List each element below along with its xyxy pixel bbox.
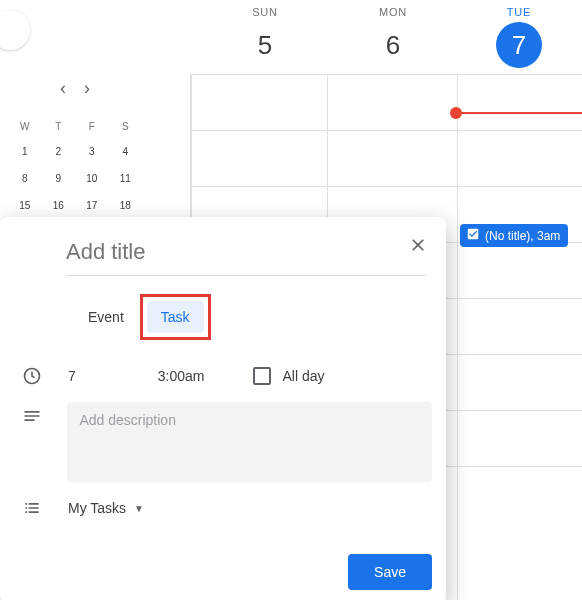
mini-header: T: [42, 115, 76, 138]
day-header-mon[interactable]: MON 6: [370, 6, 416, 68]
list-icon: [14, 498, 50, 518]
mini-date[interactable]: 2: [42, 138, 76, 165]
day-of-week-label: SUN: [252, 6, 278, 18]
tab-task-highlight: Task: [140, 294, 211, 340]
time-field[interactable]: 3:00am: [158, 368, 205, 384]
mini-date[interactable]: 17: [75, 192, 109, 219]
title-input[interactable]: [66, 235, 426, 276]
mini-date[interactable]: 1: [8, 138, 42, 165]
tab-event[interactable]: Event: [74, 301, 138, 333]
mini-date[interactable]: 10: [75, 165, 109, 192]
create-button[interactable]: [0, 10, 30, 50]
mini-date[interactable]: 16: [42, 192, 76, 219]
prev-month-icon[interactable]: ‹: [56, 74, 70, 103]
task-list-label: My Tasks: [68, 500, 126, 516]
task-list-select[interactable]: My Tasks ▼: [68, 500, 144, 516]
close-button[interactable]: [404, 231, 432, 259]
description-input[interactable]: Add description: [67, 402, 432, 482]
quick-create-modal: Event Task 7 3:00am All day Add descript…: [0, 217, 446, 600]
day-number[interactable]: 7: [496, 22, 542, 68]
day-number[interactable]: 5: [242, 22, 288, 68]
mini-date[interactable]: 9: [42, 165, 76, 192]
event-chip-text: (No title), 3am: [485, 229, 560, 243]
mini-header: S: [109, 115, 143, 138]
day-number[interactable]: 6: [370, 22, 416, 68]
all-day-label: All day: [283, 368, 325, 384]
mini-header: F: [75, 115, 109, 138]
now-indicator-dot: [450, 107, 462, 119]
dropdown-caret-icon: ▼: [134, 503, 144, 514]
day-header-tue[interactable]: TUE 7: [496, 6, 542, 68]
date-field[interactable]: 7: [68, 368, 76, 384]
all-day-checkbox[interactable]: [253, 367, 271, 385]
next-month-icon[interactable]: ›: [80, 74, 94, 103]
task-check-icon: [466, 227, 480, 244]
task-event-chip[interactable]: (No title), 3am: [460, 224, 568, 247]
mini-header: W: [8, 115, 42, 138]
mini-date[interactable]: 4: [109, 138, 143, 165]
mini-date[interactable]: 18: [109, 192, 143, 219]
mini-date[interactable]: 15: [8, 192, 42, 219]
day-header-sun[interactable]: SUN 5: [242, 6, 288, 68]
tab-task[interactable]: Task: [147, 301, 204, 333]
mini-date[interactable]: 11: [109, 165, 143, 192]
description-icon: [14, 406, 49, 426]
save-button[interactable]: Save: [348, 554, 432, 590]
day-of-week-label: TUE: [507, 6, 531, 18]
clock-icon: [14, 366, 50, 386]
now-indicator-line: [455, 112, 582, 114]
day-of-week-label: MON: [379, 6, 407, 18]
mini-date[interactable]: 3: [75, 138, 109, 165]
mini-date[interactable]: 8: [8, 165, 42, 192]
mini-calendar: ‹ › W T F S 1 2 3 4 8 9 10 11 15 16 17 1…: [0, 74, 150, 219]
